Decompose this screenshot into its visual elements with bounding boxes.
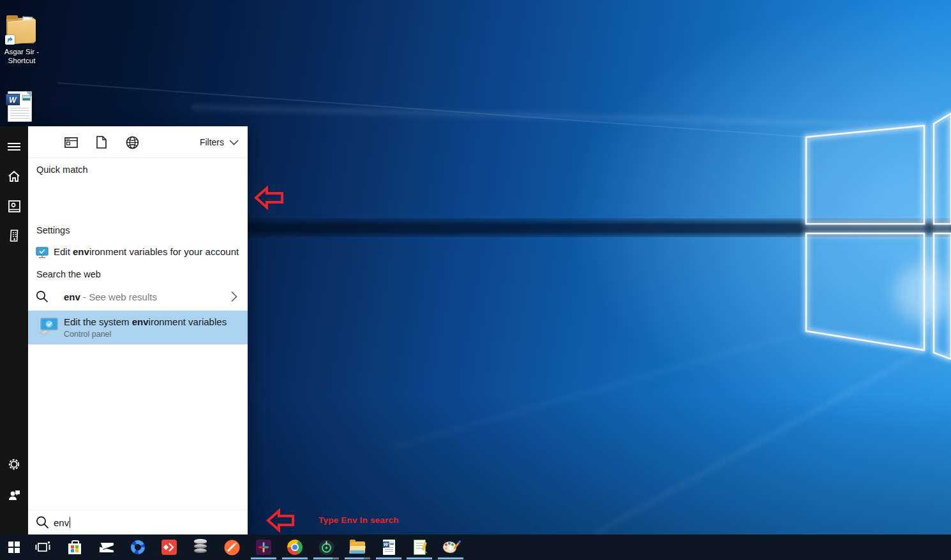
search-flyout-rail bbox=[0, 126, 28, 534]
notebook-button[interactable] bbox=[0, 193, 28, 219]
home-button[interactable] bbox=[0, 163, 28, 189]
desktop-icon-word-document[interactable]: W bbox=[0, 90, 44, 123]
microsoft-store-icon bbox=[68, 543, 81, 554]
annotation-arrow-search-box bbox=[266, 508, 296, 533]
postman-button[interactable] bbox=[218, 534, 246, 560]
label-line-2: Shortcut bbox=[0, 56, 46, 65]
running-indicator-android-studio bbox=[313, 557, 339, 559]
word-document-icon: W bbox=[5, 90, 34, 123]
search-results-panel: Filters Quick match Edit the system envi… bbox=[28, 126, 248, 534]
blue-hex-app-button[interactable] bbox=[124, 534, 152, 560]
device-icon bbox=[10, 230, 19, 243]
query-bold: env bbox=[64, 291, 80, 302]
notebook-icon bbox=[8, 200, 20, 212]
web-filter-icon[interactable] bbox=[125, 135, 139, 149]
android-studio-button[interactable] bbox=[312, 534, 340, 560]
gear-icon bbox=[7, 457, 21, 471]
menu-button[interactable] bbox=[0, 134, 28, 159]
folder-icon bbox=[5, 15, 38, 45]
apps-filter-icon[interactable] bbox=[64, 135, 78, 149]
label-line-1: Asgar Sir - bbox=[0, 47, 46, 56]
mail-icon bbox=[100, 543, 114, 552]
desktop-icon-label: Asgar Sir - Shortcut bbox=[0, 47, 46, 66]
settings-button[interactable] bbox=[0, 452, 28, 477]
notepad-plus-plus-icon bbox=[414, 540, 426, 555]
title-pre: Edit bbox=[54, 246, 73, 257]
system-properties-monitor-icon bbox=[37, 317, 59, 337]
red-arrows-app-button[interactable] bbox=[155, 534, 183, 560]
feedback-button[interactable] bbox=[0, 482, 28, 508]
running-indicator-chrome bbox=[282, 557, 308, 559]
slack-icon bbox=[256, 540, 271, 555]
query-value: env bbox=[54, 517, 69, 528]
search-the-web-header: Search the web bbox=[36, 269, 101, 279]
android-studio-icon bbox=[318, 540, 334, 556]
result-title: Edit the system environment variables bbox=[64, 316, 227, 327]
monitor-check-icon bbox=[36, 247, 49, 261]
mail-button[interactable] bbox=[93, 534, 121, 560]
running-indicator-notepad-plus-plus bbox=[407, 557, 432, 559]
title-post: ironment variables for your account bbox=[89, 246, 239, 257]
file-explorer-icon bbox=[350, 542, 365, 554]
result-see-web-results[interactable]: env - See web results bbox=[28, 284, 248, 309]
file-explorer-button[interactable] bbox=[343, 534, 371, 560]
database-icon bbox=[194, 540, 207, 555]
running-indicator-paint bbox=[438, 557, 463, 559]
start-button[interactable] bbox=[0, 534, 28, 560]
result-subtitle: Control panel bbox=[64, 330, 111, 339]
feedback-person-icon bbox=[8, 489, 20, 501]
annotation-arrow-quick-match bbox=[254, 186, 285, 210]
documents-filter-icon[interactable] bbox=[94, 135, 109, 149]
title-bold: env bbox=[132, 316, 149, 327]
word-button[interactable]: W bbox=[375, 534, 403, 560]
result-title: Edit environment variables for your acco… bbox=[54, 246, 239, 257]
red-arrows-app-icon bbox=[161, 540, 177, 555]
chrome-button[interactable] bbox=[281, 534, 309, 560]
filter-bar: Filters bbox=[28, 126, 248, 158]
paint-icon bbox=[443, 540, 458, 555]
result-edit-env-variables-account[interactable]: Edit environment variables for your acco… bbox=[28, 241, 248, 264]
annotation-note: Type Env In search bbox=[318, 515, 399, 525]
microsoft-store-button[interactable] bbox=[61, 534, 89, 560]
task-view-icon bbox=[35, 541, 50, 554]
slack-button[interactable] bbox=[250, 534, 278, 560]
search-icon bbox=[36, 290, 49, 303]
taskbar: W bbox=[0, 534, 951, 560]
filters-label: Filters bbox=[200, 137, 224, 147]
query-suffix: - See web results bbox=[80, 291, 157, 302]
paint-button[interactable] bbox=[437, 534, 465, 560]
text-caret bbox=[70, 517, 70, 528]
title-pre: Edit the system bbox=[64, 316, 132, 327]
search-icon bbox=[36, 516, 49, 529]
search-query-text: env bbox=[54, 517, 70, 528]
windows-desktop-screenshot: Asgar Sir - Shortcut W bbox=[0, 0, 951, 560]
database-app-button[interactable] bbox=[186, 534, 214, 560]
running-indicator-word bbox=[376, 557, 401, 559]
devices-button[interactable] bbox=[0, 223, 28, 249]
chrome-icon bbox=[287, 540, 303, 555]
settings-header: Settings bbox=[36, 225, 70, 235]
blue-hex-app-icon bbox=[130, 540, 146, 555]
word-icon: W bbox=[383, 540, 395, 555]
web-result-label: env - See web results bbox=[64, 291, 157, 302]
chevron-right-icon bbox=[231, 291, 237, 302]
notepad-plus-plus-button[interactable] bbox=[405, 534, 433, 560]
running-indicator-slack bbox=[251, 557, 276, 559]
search-input-box[interactable]: env bbox=[28, 510, 248, 534]
title-post: ironment variables bbox=[149, 316, 227, 327]
windows-logo-icon bbox=[8, 542, 20, 553]
home-icon bbox=[8, 170, 20, 182]
running-indicator-file-explorer bbox=[345, 557, 370, 559]
desktop-icon-folder-shortcut[interactable]: Asgar Sir - Shortcut bbox=[0, 15, 46, 66]
shortcut-arrow-icon bbox=[5, 35, 15, 45]
result-edit-system-environment-variables[interactable]: Edit the system environment variables Co… bbox=[28, 311, 248, 344]
title-bold: env bbox=[73, 246, 89, 257]
filters-dropdown[interactable]: Filters bbox=[200, 126, 239, 158]
postman-icon bbox=[224, 540, 240, 556]
task-view-button[interactable] bbox=[29, 534, 57, 560]
hamburger-icon bbox=[8, 142, 20, 151]
quick-match-header: Quick match bbox=[36, 165, 88, 175]
chevron-down-icon bbox=[229, 140, 239, 145]
